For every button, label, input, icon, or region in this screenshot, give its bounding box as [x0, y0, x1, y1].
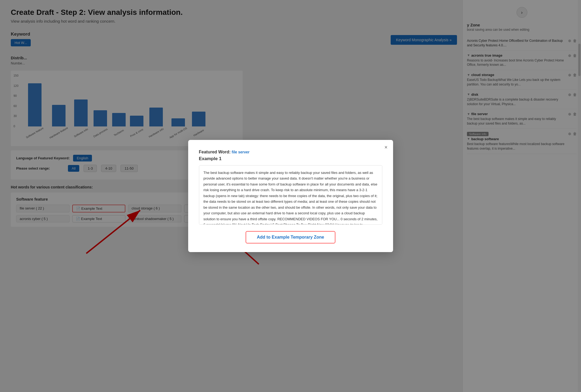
- example-text-area[interactable]: The best backup software makes it simple…: [199, 165, 382, 225]
- add-to-zone-button[interactable]: Add to Example Temporary Zone: [246, 231, 336, 243]
- modal-button-row: Add to Example Temporary Zone: [199, 231, 382, 243]
- featured-word-label: Featured Word:: [199, 150, 231, 154]
- example-text-content: The best backup software makes it simple…: [204, 171, 378, 225]
- modal-close-button[interactable]: ×: [384, 144, 388, 150]
- featured-word-link[interactable]: file server: [232, 150, 249, 154]
- featured-word-row: Featured Word: file server: [199, 150, 382, 154]
- page-background: Create Draft - Step 2: View analysis inf…: [0, 0, 581, 392]
- example-title: Example 1: [199, 156, 382, 161]
- modal-overlay: × Featured Word: file server Example 1 T…: [0, 0, 581, 392]
- modal: × Featured Word: file server Example 1 T…: [188, 140, 393, 252]
